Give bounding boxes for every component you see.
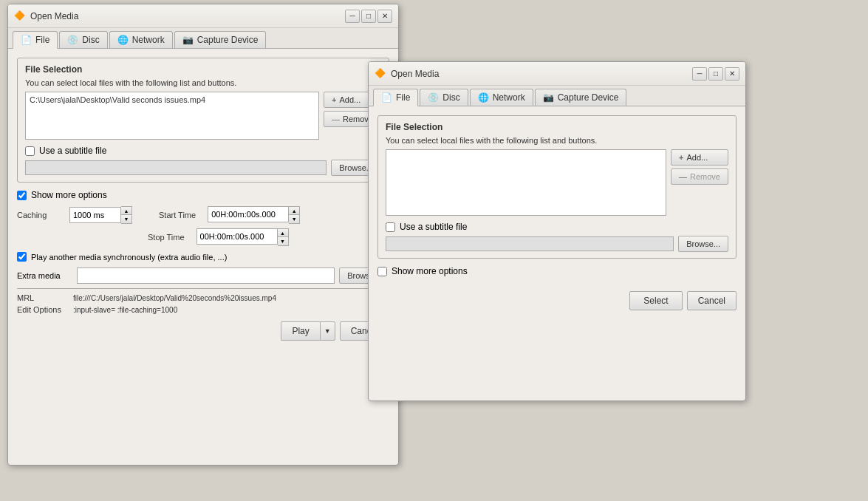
disc-tab-label-2: Disc bbox=[442, 92, 459, 103]
file-list-2: Add... Remove bbox=[386, 149, 728, 216]
bottom-buttons-1: Play ▼ Cancel bbox=[17, 321, 389, 341]
file-listbox-2[interactable] bbox=[386, 149, 666, 216]
close-button[interactable]: ✕ bbox=[377, 10, 392, 23]
extra-media-input-1[interactable] bbox=[77, 267, 335, 284]
stop-time-wrap-1: 00H:00m:00s.000 ▲ ▼ bbox=[197, 228, 289, 246]
remove-button-2[interactable]: Remove bbox=[671, 168, 728, 185]
window2-content: File Selection You can select local file… bbox=[369, 106, 745, 319]
stop-time-up-1[interactable]: ▲ bbox=[278, 229, 288, 237]
tab-file-2[interactable]: 📄 File bbox=[373, 89, 418, 106]
window1-content: File Selection You can select local file… bbox=[8, 49, 398, 350]
stop-time-input-1[interactable]: 00H:00m:00s.000 bbox=[197, 228, 278, 245]
subtitle-input-row-1: Browse... bbox=[25, 160, 381, 176]
file-selection-desc-2: You can select local files with the foll… bbox=[386, 136, 728, 145]
edit-options-value-1: :input-slave= :file-caching=1000 bbox=[73, 306, 389, 314]
play-main-button-1[interactable]: Play bbox=[281, 321, 319, 341]
show-more-label-2: Show more options bbox=[392, 266, 468, 276]
file-listbox-1[interactable]: C:\Users\jalal\Desktop\Valid seconds iss… bbox=[25, 92, 319, 140]
add-label-2: Add... bbox=[686, 153, 708, 162]
caching-down-1[interactable]: ▼ bbox=[121, 215, 131, 223]
file-list-1: C:\Users\jalal\Desktop\Valid seconds iss… bbox=[25, 92, 381, 140]
stop-time-spinner-1: ▲ ▼ bbox=[278, 228, 289, 246]
divider-1 bbox=[17, 288, 389, 289]
mrl-label-1: MRL bbox=[17, 293, 69, 302]
file-selection-desc-1: You can select local files with the foll… bbox=[25, 78, 381, 87]
start-time-label-1: Start Time bbox=[159, 211, 196, 219]
window1-title: Open Media bbox=[30, 11, 341, 21]
vlc-logo-icon: 🔶 bbox=[14, 10, 26, 22]
play-dropdown-button-1[interactable]: ▼ bbox=[320, 321, 335, 341]
network-tab-label: Network bbox=[132, 35, 165, 45]
subtitle-checkbox-2[interactable] bbox=[386, 222, 395, 232]
show-more-checkbox-1[interactable] bbox=[17, 191, 27, 200]
caching-input-1[interactable]: 1000 ms bbox=[69, 207, 121, 223]
capture-tab-label-2: Capture Device bbox=[558, 92, 619, 103]
tab-capture-2[interactable]: 📷 Capture Device bbox=[535, 89, 627, 106]
start-time-spinner-1: ▲ ▼ bbox=[289, 206, 300, 224]
file-selection-group-2: File Selection You can select local file… bbox=[377, 115, 737, 259]
tab-disc-2[interactable]: 💿 Disc bbox=[420, 89, 468, 106]
network-tab-icon-2: 🌐 bbox=[478, 92, 489, 103]
select-button-2[interactable]: Select bbox=[629, 291, 682, 310]
subtitle-checkbox-1[interactable] bbox=[25, 146, 35, 156]
titlebar-controls: ─ □ ✕ bbox=[345, 10, 392, 23]
subtitle-browse-button-2[interactable]: Browse... bbox=[678, 236, 728, 252]
expanded-options-1: Caching 1000 ms ▲ ▼ Start Time 00H:00m:0… bbox=[17, 206, 389, 314]
show-more-checkbox-2[interactable] bbox=[377, 267, 387, 276]
stop-time-label-1: Stop Time bbox=[148, 233, 185, 242]
cancel-button-2[interactable]: Cancel bbox=[687, 291, 737, 310]
file-tab-label-2: File bbox=[396, 92, 410, 103]
select-label-2: Select bbox=[643, 296, 668, 306]
window2: 🔶 Open Media ─ □ ✕ 📄 File 💿 Disc 🌐 Netwo… bbox=[368, 61, 746, 401]
mrl-row-1: MRL file:///C:/Users/jalal/Desktop/Valid… bbox=[17, 293, 389, 302]
caching-up-1[interactable]: ▲ bbox=[121, 207, 131, 215]
subtitle-input-2[interactable] bbox=[386, 236, 674, 251]
extra-media-label-1: Extra media bbox=[17, 271, 72, 280]
maximize-button[interactable]: □ bbox=[361, 10, 376, 23]
cancel-label-2: Cancel bbox=[698, 296, 725, 306]
subtitle-label-2: Use a subtitle file bbox=[400, 222, 467, 232]
start-time-up-1[interactable]: ▲ bbox=[289, 207, 299, 215]
tab-network-1[interactable]: 🌐 Network bbox=[109, 31, 173, 48]
minimize-button[interactable]: ─ bbox=[345, 10, 360, 23]
window1: 🔶 Open Media ─ □ ✕ 📄 File 💿 Disc 🌐 Netwo… bbox=[7, 4, 399, 466]
window2-title: Open Media bbox=[391, 69, 688, 79]
maximize-button-2[interactable]: □ bbox=[708, 67, 723, 81]
subtitle-row-1: Use a subtitle file bbox=[25, 146, 381, 156]
add-label-1: Add... bbox=[339, 95, 360, 104]
vlc-logo-icon-2: 🔶 bbox=[375, 68, 386, 80]
tab-network-2[interactable]: 🌐 Network bbox=[470, 89, 533, 106]
show-more-label-1: Show more options bbox=[31, 190, 107, 200]
show-more-row-1: Show more options bbox=[17, 190, 389, 200]
file-selection-group-1: File Selection You can select local file… bbox=[17, 58, 389, 183]
remove-label-2: Remove bbox=[690, 172, 720, 181]
file-tab-label: File bbox=[35, 35, 49, 45]
start-time-input-1[interactable]: 00H:00m:00s.000 bbox=[208, 206, 289, 222]
disc-tab-label: Disc bbox=[82, 35, 99, 45]
stop-time-down-1[interactable]: ▼ bbox=[278, 237, 288, 245]
tab-capture-1[interactable]: 📷 Capture Device bbox=[174, 31, 267, 48]
tab-disc-1[interactable]: 💿 Disc bbox=[59, 31, 107, 48]
close-button-2[interactable]: ✕ bbox=[725, 67, 739, 81]
file-list-buttons-2: Add... Remove bbox=[671, 149, 728, 185]
add-button-2[interactable]: Add... bbox=[671, 149, 728, 166]
minimize-button-2[interactable]: ─ bbox=[692, 67, 707, 81]
extra-media-row-1: Extra media Browse... bbox=[17, 267, 389, 284]
subtitle-browse-label-2: Browse... bbox=[686, 239, 720, 248]
play-another-label-1: Play another media synchronously (extra … bbox=[31, 253, 227, 262]
play-another-checkbox-1[interactable] bbox=[17, 252, 27, 262]
network-tab-icon: 🌐 bbox=[117, 35, 129, 45]
play-another-row-1: Play another media synchronously (extra … bbox=[17, 252, 389, 262]
titlebar-controls-2: ─ □ ✕ bbox=[692, 67, 739, 81]
disc-tab-icon: 💿 bbox=[67, 35, 78, 45]
edit-options-row-1: Edit Options :input-slave= :file-caching… bbox=[17, 305, 389, 314]
file-selection-title-1: File Selection bbox=[25, 64, 381, 75]
window2-titlebar: 🔶 Open Media ─ □ ✕ bbox=[369, 62, 745, 86]
file-item-1: C:\Users\jalal\Desktop\Valid seconds iss… bbox=[28, 95, 316, 105]
subtitle-input-1[interactable] bbox=[25, 160, 327, 175]
tab-file-1[interactable]: 📄 File bbox=[13, 31, 58, 49]
start-time-down-1[interactable]: ▼ bbox=[289, 215, 299, 223]
file-tab-icon: 📄 bbox=[21, 35, 32, 45]
spinner-controls-1: ▲ ▼ bbox=[121, 206, 132, 224]
caching-spinner-1: 1000 ms ▲ ▼ bbox=[69, 206, 132, 224]
